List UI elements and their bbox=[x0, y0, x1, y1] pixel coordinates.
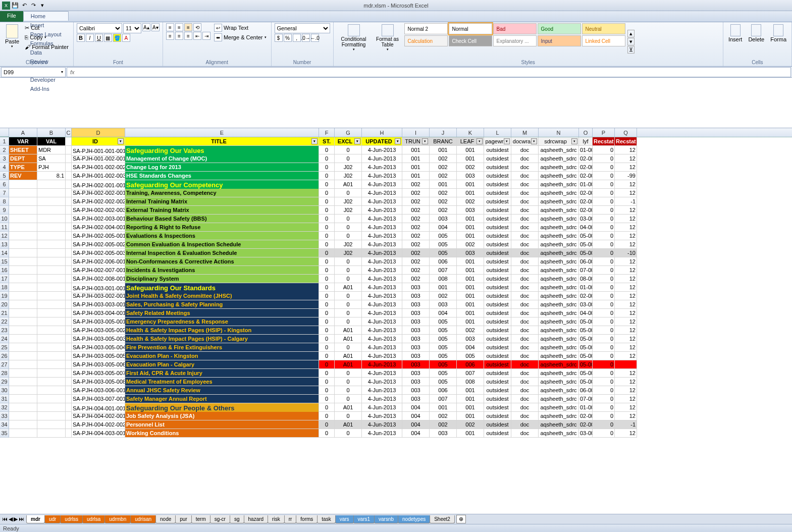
format-as-table-button[interactable]: Format as Table▾ bbox=[373, 23, 402, 60]
file-tab[interactable]: File bbox=[0, 11, 23, 22]
ribbon-tab-home[interactable]: Home bbox=[23, 11, 69, 21]
percent-icon[interactable]: % bbox=[284, 34, 292, 42]
sheet-tab-udr[interactable]: udr bbox=[44, 515, 61, 523]
row-header-13[interactable]: 13 bbox=[0, 240, 9, 249]
sheet-tab-udrlss[interactable]: udrlss bbox=[60, 515, 83, 523]
chevron-down-icon[interactable]: ▾ bbox=[61, 70, 63, 74]
col-header-K[interactable]: K bbox=[457, 128, 484, 137]
paste-button[interactable]: Paste ▾ bbox=[3, 23, 21, 60]
style-bad[interactable]: Bad bbox=[493, 23, 537, 34]
wrap-text-button[interactable]: ↩Wrap Text bbox=[213, 23, 268, 32]
copy-button[interactable]: ⎘Copy▾ bbox=[23, 33, 70, 42]
ribbon-tab-add-ins[interactable]: Add-Ins bbox=[23, 84, 69, 93]
gallery-more-icon[interactable]: ⊻ bbox=[627, 46, 635, 54]
font-name-combo[interactable]: Calibri bbox=[77, 23, 122, 33]
cell-styles-gallery[interactable]: Normal 2NormalBadGoodNeutralCalculationC… bbox=[404, 23, 625, 60]
tab-nav-first-icon[interactable]: ⏮ bbox=[2, 516, 8, 522]
fx-icon[interactable]: fx bbox=[70, 69, 75, 75]
col-header-D[interactable]: D bbox=[72, 128, 125, 137]
sheet-tab-udrisan[interactable]: udrisan bbox=[130, 515, 156, 523]
filter-arrow-icon[interactable]: ▾ bbox=[422, 138, 428, 144]
style-check-cell[interactable]: Check Cell bbox=[449, 35, 492, 46]
style-calculation[interactable]: Calculation bbox=[404, 35, 448, 46]
row-header-3[interactable]: 3 bbox=[0, 154, 9, 163]
row-header-35[interactable]: 35 bbox=[0, 429, 9, 438]
row-header-10[interactable]: 10 bbox=[0, 215, 9, 223]
grow-font-icon[interactable]: A▴ bbox=[142, 23, 150, 31]
fill-color-button[interactable]: 🪣 bbox=[113, 34, 121, 42]
gallery-down-icon[interactable]: ▾ bbox=[627, 38, 635, 45]
format-cells-button[interactable]: Forma bbox=[768, 23, 788, 60]
currency-icon[interactable]: $ bbox=[275, 34, 283, 42]
col-header-M[interactable]: M bbox=[511, 128, 539, 137]
row-header-1[interactable]: 1 bbox=[0, 137, 9, 146]
col-header-E[interactable]: E bbox=[125, 128, 319, 137]
row-header-5[interactable]: 5 bbox=[0, 172, 9, 180]
align-right-icon[interactable]: ≡ bbox=[184, 32, 192, 40]
filter-arrow-icon[interactable]: ▾ bbox=[395, 138, 401, 144]
row-header-26[interactable]: 26 bbox=[0, 352, 9, 360]
sheet-tab-vars1[interactable]: vars1 bbox=[353, 515, 375, 523]
style-good[interactable]: Good bbox=[538, 23, 581, 34]
cut-button[interactable]: ✂Cut bbox=[23, 23, 70, 32]
style-explanatory----[interactable]: Explanatory ... bbox=[493, 35, 537, 46]
sheet-tab-sheet2[interactable]: Sheet2 bbox=[430, 515, 455, 523]
inc-indent-icon[interactable]: ⇥ bbox=[202, 32, 210, 40]
col-header-P[interactable]: P bbox=[593, 128, 615, 137]
sheet-tab-udrmbn[interactable]: udrmbn bbox=[104, 515, 131, 523]
align-top-icon[interactable]: ≡ bbox=[166, 23, 174, 31]
col-header-G[interactable]: G bbox=[335, 128, 362, 137]
sheet-tab-rr[interactable]: rr bbox=[284, 515, 297, 523]
style-normal[interactable]: Normal bbox=[449, 23, 492, 34]
col-header-O[interactable]: O bbox=[579, 128, 593, 137]
row-header-16[interactable]: 16 bbox=[0, 266, 9, 275]
sheet-tab-udrlsa[interactable]: udrlsa bbox=[82, 515, 105, 523]
number-format-combo[interactable]: General bbox=[275, 23, 330, 33]
filter-arrow-icon[interactable]: ▾ bbox=[118, 138, 124, 144]
col-header-C[interactable]: C bbox=[66, 128, 72, 137]
col-header-J[interactable]: J bbox=[430, 128, 457, 137]
row-header-8[interactable]: 8 bbox=[0, 197, 9, 206]
undo-icon[interactable]: ↶ bbox=[20, 2, 28, 10]
align-left-icon[interactable]: ≡ bbox=[166, 32, 174, 40]
align-center-icon[interactable]: ≡ bbox=[175, 32, 183, 40]
filter-arrow-icon[interactable]: ▾ bbox=[477, 138, 483, 144]
row-header-23[interactable]: 23 bbox=[0, 326, 9, 335]
col-header-B[interactable]: B bbox=[37, 128, 66, 137]
row-header-34[interactable]: 34 bbox=[0, 420, 9, 429]
filter-arrow-icon[interactable]: ▾ bbox=[311, 138, 318, 144]
tab-nav-last-icon[interactable]: ⏭ bbox=[19, 516, 24, 522]
align-bottom-icon[interactable]: ≡ bbox=[184, 23, 192, 31]
col-header-L[interactable]: L bbox=[484, 128, 511, 137]
redo-icon[interactable]: ↷ bbox=[29, 2, 37, 10]
col-header-H[interactable]: H bbox=[362, 128, 402, 137]
filter-arrow-icon[interactable]: ▾ bbox=[531, 138, 537, 144]
bold-button[interactable]: B bbox=[77, 34, 85, 42]
row-header-20[interactable]: 20 bbox=[0, 300, 9, 309]
row-header-6[interactable]: 6 bbox=[0, 180, 9, 189]
col-header-A[interactable]: A bbox=[9, 128, 37, 137]
row-header-33[interactable]: 33 bbox=[0, 412, 9, 420]
sheet-tab-forms[interactable]: forms bbox=[296, 515, 318, 523]
row-header-21[interactable]: 21 bbox=[0, 309, 9, 317]
filter-arrow-icon[interactable]: ▾ bbox=[354, 138, 360, 144]
orientation-icon[interactable]: ⟲ bbox=[193, 23, 201, 31]
sheet-tab-nodetypes[interactable]: nodetypes bbox=[398, 515, 430, 523]
row-header-27[interactable]: 27 bbox=[0, 360, 9, 369]
sheet-tab-task[interactable]: task bbox=[317, 515, 335, 523]
row-header-9[interactable]: 9 bbox=[0, 206, 9, 215]
save-icon[interactable]: 💾 bbox=[11, 2, 19, 10]
row-header-30[interactable]: 30 bbox=[0, 386, 9, 395]
row-header-19[interactable]: 19 bbox=[0, 292, 9, 300]
font-size-combo[interactable]: 11 bbox=[123, 23, 141, 33]
excel-icon[interactable]: X bbox=[2, 2, 10, 10]
row-header-2[interactable]: 2 bbox=[0, 146, 9, 154]
sheet-tab-term[interactable]: term bbox=[191, 515, 210, 523]
delete-cells-button[interactable]: Delete bbox=[746, 23, 766, 60]
style-normal-2[interactable]: Normal 2 bbox=[404, 23, 448, 34]
style-linked-cell[interactable]: Linked Cell bbox=[582, 35, 625, 46]
merge-center-button[interactable]: ⬌Merge & Center▾ bbox=[213, 33, 268, 42]
sheet-tab-pur[interactable]: pur bbox=[175, 515, 191, 523]
sheet-tab-vars[interactable]: vars bbox=[335, 515, 354, 523]
shrink-font-icon[interactable]: A▾ bbox=[151, 23, 160, 31]
